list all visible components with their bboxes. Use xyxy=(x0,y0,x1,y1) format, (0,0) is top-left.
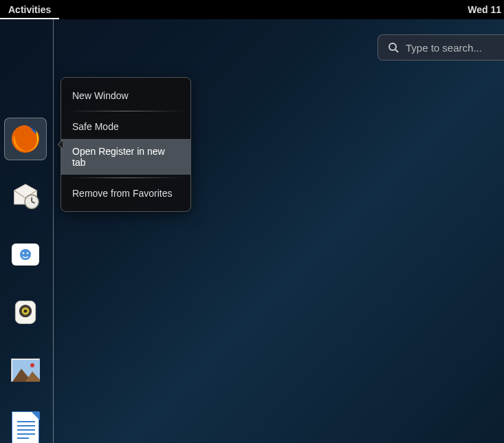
empathy-icon xyxy=(9,238,42,271)
menu-label: New Window xyxy=(72,90,129,101)
dash-item-evolution[interactable] xyxy=(4,175,47,218)
firefox-icon xyxy=(9,122,42,155)
svg-point-17 xyxy=(30,363,34,367)
menu-separator xyxy=(68,111,184,111)
evolution-icon xyxy=(9,180,42,213)
search-icon xyxy=(388,42,399,53)
menu-separator xyxy=(68,177,184,178)
shotwell-icon xyxy=(9,354,42,387)
menu-label: Open Register in new tab xyxy=(72,146,165,168)
activities-button[interactable]: Activities xyxy=(0,0,59,19)
svg-point-8 xyxy=(23,252,25,255)
dash-item-firefox[interactable] xyxy=(4,118,47,160)
libreoffice-writer-icon xyxy=(9,411,42,443)
clock-label: Wed 11 xyxy=(468,4,501,15)
menu-label: Safe Mode xyxy=(72,121,119,132)
activities-label: Activities xyxy=(8,4,51,15)
rhythmbox-icon xyxy=(9,296,42,329)
dash-item-shotwell[interactable] xyxy=(4,349,47,391)
menu-item-open-register[interactable]: Open Register in new tab xyxy=(61,139,190,175)
menu-item-new-window[interactable]: New Window xyxy=(61,83,190,108)
menu-item-remove-favorite[interactable]: Remove from Favorites xyxy=(61,181,190,206)
svg-point-7 xyxy=(20,249,31,260)
svg-line-1 xyxy=(395,50,398,52)
svg-marker-18 xyxy=(32,412,40,420)
clock[interactable]: Wed 11 xyxy=(465,4,504,15)
svg-point-9 xyxy=(27,252,29,255)
menu-item-safe-mode[interactable]: Safe Mode xyxy=(61,114,190,139)
search-placeholder: Type to search... xyxy=(406,42,482,54)
search-input[interactable]: Type to search... xyxy=(377,34,504,61)
svg-point-13 xyxy=(24,310,28,313)
dash-item-writer[interactable] xyxy=(4,407,47,443)
svg-point-0 xyxy=(389,43,396,50)
dash-item-empathy[interactable] xyxy=(4,233,47,276)
dash-item-rhythmbox[interactable] xyxy=(4,291,47,334)
context-menu: New Window Safe Mode Open Register in ne… xyxy=(61,77,191,212)
top-panel: Activities Wed 11 xyxy=(0,0,504,19)
menu-label: Remove from Favorites xyxy=(72,188,172,199)
dash xyxy=(0,19,54,443)
